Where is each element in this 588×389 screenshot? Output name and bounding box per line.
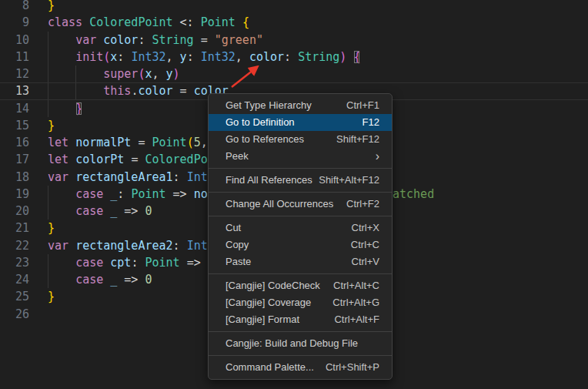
line-number: 20 xyxy=(0,203,29,220)
menu-item-label: [Cangjie] CodeCheck xyxy=(226,277,320,294)
menu-item-shortcut: Ctrl+V xyxy=(352,253,379,270)
menu-item-label: Command Palette... xyxy=(226,359,314,376)
menu-item-peek[interactable]: Peek› xyxy=(209,148,392,165)
menu-item-label: Change All Occurrences xyxy=(226,196,333,213)
line-number: 19 xyxy=(0,186,29,203)
line-number: 21 xyxy=(0,220,29,236)
menu-item-shortcut: F12 xyxy=(362,114,379,131)
menu-item-go-to-references[interactable]: Go to ReferencesShift+F12 xyxy=(209,131,392,148)
line-number: 23 xyxy=(0,254,29,271)
menu-item-shortcut: Ctrl+F1 xyxy=(346,97,379,114)
menu-item-cangjie-codecheck[interactable]: [Cangjie] CodeCheckCtrl+Alt+C xyxy=(209,277,392,294)
indent-guide xyxy=(48,49,48,65)
menu-item-get-type-hierarchy[interactable]: Get Type HierarchyCtrl+F1 xyxy=(209,97,392,114)
menu-item-go-to-definition[interactable]: Go to DefinitionF12 xyxy=(209,114,392,131)
line-number: 22 xyxy=(0,237,29,254)
menu-item-label: Paste xyxy=(226,253,251,270)
code-line-8[interactable]: 8} xyxy=(0,0,588,14)
submenu-chevron-icon: › xyxy=(376,148,379,165)
menu-item-shortcut: Ctrl+Shift+P xyxy=(326,359,379,376)
line-number: 8 xyxy=(0,0,29,14)
menu-separator xyxy=(209,331,392,332)
indent-guide xyxy=(75,65,76,82)
menu-item-shortcut: Ctrl+Alt+C xyxy=(333,277,379,294)
menu-item-label: Get Type Hierarchy xyxy=(226,97,312,114)
menu-separator xyxy=(209,355,392,356)
indent-guide xyxy=(75,82,76,99)
line-number: 16 xyxy=(0,134,29,151)
menu-item-shortcut: Ctrl+Alt+G xyxy=(332,294,379,311)
menu-item-shortcut: Shift+F12 xyxy=(336,131,379,148)
indent-guide xyxy=(48,203,48,220)
menu-item-label: Go to References xyxy=(226,131,304,148)
menu-item-label: Copy xyxy=(226,236,249,253)
code-line-content: init(x: Int32, y: Int32, color: String) … xyxy=(48,49,588,65)
menu-item-label: Cangjie: Build and Debug File xyxy=(226,335,358,352)
line-number: 14 xyxy=(0,100,29,117)
indent-guide xyxy=(48,271,48,288)
menu-item-shortcut: Shift+Alt+F12 xyxy=(319,172,379,189)
code-line-content: } xyxy=(48,0,588,14)
menu-item-label: Peek xyxy=(226,148,249,165)
indent-guide xyxy=(48,65,48,82)
menu-separator xyxy=(209,273,392,274)
line-number: 12 xyxy=(0,65,29,82)
menu-item-change-all-occurrences[interactable]: Change All OccurrencesCtrl+F2 xyxy=(209,196,392,213)
indent-guide xyxy=(48,100,48,117)
menu-item-cangjie-build-and-debug-file[interactable]: Cangjie: Build and Debug File xyxy=(209,335,392,352)
menu-item-shortcut: Ctrl+F2 xyxy=(346,196,379,213)
context-menu: Get Type HierarchyCtrl+F1Go to Definitio… xyxy=(208,93,393,380)
indent-guide xyxy=(48,82,48,99)
menu-item-label: [Cangjie] Coverage xyxy=(226,294,311,311)
indent-guide xyxy=(48,32,48,49)
line-number: 26 xyxy=(0,306,29,323)
menu-item-cangjie-format[interactable]: [Cangjie] FormatCtrl+Alt+F xyxy=(209,311,392,328)
menu-item-label: Cut xyxy=(226,220,241,236)
code-line-content: class ColoredPoint <: Point { xyxy=(48,14,588,31)
code-line-10[interactable]: 10 var color: String = "green" xyxy=(0,32,588,49)
menu-item-label: Go to Definition xyxy=(226,114,295,131)
code-line-12[interactable]: 12 super(x, y) xyxy=(0,65,588,82)
menu-item-copy[interactable]: CopyCtrl+C xyxy=(209,236,392,253)
line-number: 24 xyxy=(0,271,29,288)
menu-item-shortcut: Ctrl+C xyxy=(351,236,379,253)
line-number: 17 xyxy=(0,151,29,168)
line-number: 10 xyxy=(0,32,29,49)
line-number: 11 xyxy=(0,49,29,65)
vscode-editor-screen: 8}9class ColoredPoint <: Point {10 var c… xyxy=(0,0,588,389)
menu-item-find-all-references[interactable]: Find All ReferencesShift+Alt+F12 xyxy=(209,172,392,189)
menu-item-label: [Cangjie] Format xyxy=(226,311,299,328)
indent-guide xyxy=(48,186,48,203)
code-line-content: var color: String = "green" xyxy=(48,32,588,49)
menu-item-paste[interactable]: PasteCtrl+V xyxy=(209,253,392,270)
line-number: 15 xyxy=(0,117,29,134)
menu-separator xyxy=(209,168,392,169)
code-line-9[interactable]: 9class ColoredPoint <: Point { xyxy=(0,14,588,31)
line-number: 18 xyxy=(0,169,29,186)
code-line-11[interactable]: 11 init(x: Int32, y: Int32, color: Strin… xyxy=(0,49,588,65)
indent-guide xyxy=(48,254,48,271)
line-number: 25 xyxy=(0,288,29,305)
code-line-content: super(x, y) xyxy=(48,65,588,82)
menu-item-cut[interactable]: CutCtrl+X xyxy=(209,220,392,236)
menu-item-shortcut: Ctrl+Alt+F xyxy=(334,311,379,328)
menu-item-cangjie-coverage[interactable]: [Cangjie] CoverageCtrl+Alt+G xyxy=(209,294,392,311)
line-number: 13 xyxy=(0,82,29,99)
code-fragment-right-of-menu: atched xyxy=(393,186,434,203)
menu-separator xyxy=(209,216,392,216)
menu-item-label: Find All References xyxy=(226,172,312,189)
menu-item-command-palette[interactable]: Command Palette...Ctrl+Shift+P xyxy=(209,359,392,376)
menu-separator xyxy=(209,192,392,193)
menu-item-shortcut: Ctrl+X xyxy=(352,220,379,236)
line-number: 9 xyxy=(0,14,29,31)
